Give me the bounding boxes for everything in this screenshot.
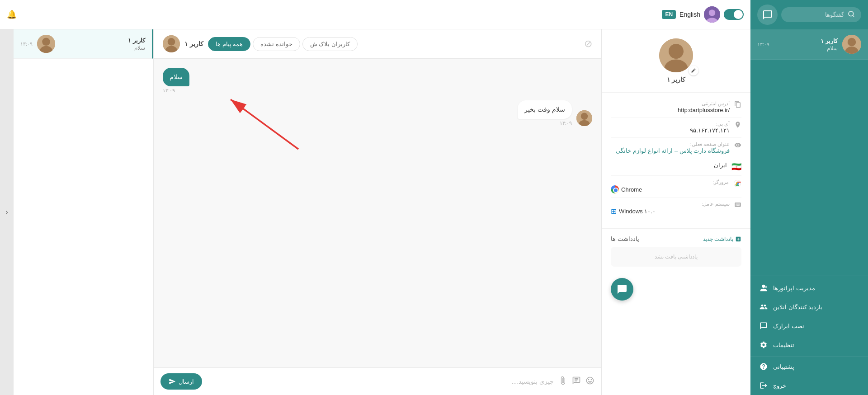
send-button[interactable]: ارسال: [160, 373, 202, 390]
sidebar-bottom-nav: پشتیبانی خروج: [750, 357, 868, 395]
chrome-icon: [611, 185, 619, 193]
browser-info: مرورگر: Chrome: [611, 179, 729, 193]
chat-user-avatar: [163, 35, 180, 52]
page-info: عنوان صفحه فعلی: فروشگاه دارت پلاس – ارا…: [611, 141, 730, 154]
conv-preview: سلام: [774, 45, 838, 52]
tab-unread[interactable]: خوانده نشده: [253, 37, 300, 51]
tab-all-messages[interactable]: همه پیام ها: [208, 37, 250, 51]
svg-point-5: [709, 9, 715, 16]
info-row-os: سیستم عامل: Windows ۱۰.۰ ⊞: [611, 198, 741, 219]
msg-avatar: [576, 110, 592, 126]
info-row-ip: آی پی: ۹۵.۱۶۲.۱۷۴.۱۲۱: [611, 118, 741, 138]
logout-label: خروج: [773, 382, 786, 389]
svg-point-21: [42, 38, 50, 46]
quick-reply-icon[interactable]: [572, 376, 581, 387]
svg-point-8: [669, 44, 684, 59]
sidebar-item-logout[interactable]: خروج: [750, 376, 868, 395]
sidebar-item-support[interactable]: پشتیبانی: [750, 357, 868, 376]
emoji-icon[interactable]: [585, 376, 594, 387]
info-row-country: 🇮🇷 ایران: [611, 158, 741, 176]
add-note-label: یادداشت جدید: [703, 236, 733, 242]
notes-title: یادداشت ها: [611, 235, 639, 242]
tab-blocked-users[interactable]: کاربران بلاک ش: [302, 37, 358, 51]
search-input[interactable]: [788, 11, 844, 18]
os-label: سیستم عامل:: [611, 201, 730, 207]
country-info: ایران: [611, 162, 727, 169]
top-bar-right: English EN: [662, 6, 744, 23]
toggle-switch[interactable]: [724, 9, 744, 20]
chat-tabs: کاربران بلاک ش خوانده نشده همه پیام ها: [208, 37, 358, 51]
browser-value: Chrome: [611, 185, 729, 193]
search-box[interactable]: [781, 7, 861, 22]
conv-panel-info: کاربر ۱ سلام: [60, 37, 145, 51]
svg-point-0: [849, 11, 854, 16]
sidebar-nav: مدیریت اپراتورها بازدید کنندگان آنلاین ن…: [750, 276, 868, 357]
sidebar-item-install-widget[interactable]: نصب ابزارک: [750, 316, 868, 335]
browser-icon: [733, 179, 741, 189]
svg-point-2: [848, 38, 856, 46]
message-row-outgoing: سلام ۱۳:۰۹: [163, 68, 592, 94]
os-name: Windows ۱۰.۰: [619, 208, 656, 215]
conv-avatar: [842, 35, 861, 54]
chat-widget-button[interactable]: [611, 278, 633, 301]
location-icon[interactable]: [734, 121, 741, 130]
os-info: سیستم عامل: Windows ۱۰.۰ ⊞: [611, 201, 730, 216]
notes-empty: یادداشتی یافت نشد: [611, 247, 741, 267]
info-row-website: آدرس اینترنتی: /http:dartplusstore.ir: [611, 97, 741, 118]
os-value: Windows ۱۰.۰ ⊞: [611, 207, 730, 216]
sidebar-item-settings[interactable]: تنظیمات: [750, 335, 868, 354]
conv-item[interactable]: کاربر ۱ سلام ۱۳:۰۹: [750, 29, 868, 60]
manage-operators-icon: [760, 284, 768, 292]
website-value: /http:dartplusstore.ir: [611, 107, 730, 113]
top-bar: English EN 🔔: [0, 0, 750, 29]
browser-label: مرورگر:: [611, 179, 729, 185]
chat-user-name: کاربر ۱: [184, 40, 203, 47]
copy-icon[interactable]: [734, 101, 741, 110]
chat-header: ⊘ کاربران بلاک ش خوانده نشده همه پیام ها…: [154, 29, 601, 59]
chat-main: ⊘ کاربران بلاک ش خوانده نشده همه پیام ها…: [154, 29, 601, 395]
search-icon: [848, 10, 855, 19]
user-avatar-large: [659, 38, 693, 72]
conv-panel-item[interactable]: کاربر ۱ سلام ۱۳:۰۹: [14, 29, 153, 59]
msg-content-outgoing: سلام ۱۳:۰۹: [163, 68, 189, 94]
input-icons: [558, 376, 594, 387]
notes-section: یادداشت جدید یادداشت ها یادداشتی یافت نش…: [602, 228, 750, 273]
content-area: کاربر ۱ آدرس اینترنتی: /http:dartplussto…: [0, 29, 750, 395]
msg-bubble-outgoing: سلام: [163, 68, 189, 86]
sidebar-item-online-visitors[interactable]: بازدید کنندگان آنلاین: [750, 297, 868, 316]
brand-icon: [757, 5, 778, 25]
msg-time-outgoing: ۱۳:۰۹: [163, 88, 175, 94]
chat-input-field[interactable]: [207, 374, 554, 389]
language-text: English: [679, 11, 700, 18]
add-note-button[interactable]: یادداشت جدید: [703, 236, 741, 242]
main-area: English EN 🔔: [0, 0, 750, 395]
user-info-list: آدرس اینترنتی: /http:dartplusstore.ir آی…: [602, 93, 750, 224]
page-value[interactable]: فروشگاه دارت پلاس – ارائه انواع لوازم خا…: [611, 147, 730, 154]
chat-messages-wrapper: سلام ۱۳:۰۹: [154, 59, 601, 367]
msg-content-incoming: سلام وقت بخیر ۱۳:۰۹: [518, 100, 572, 126]
conv-info: کاربر ۱ سلام: [774, 38, 838, 52]
chat-header-left: ⊘: [584, 38, 592, 50]
sidebar-item-manage-operators[interactable]: مدیریت اپراتورها: [750, 278, 868, 297]
online-visitors-label: بازدید کنندگان آنلاین: [773, 304, 822, 310]
keyboard-icon: [734, 201, 741, 210]
attachment-icon[interactable]: [558, 376, 567, 387]
conversations-panel: کاربر ۱ سلام ۱۳:۰۹: [14, 29, 154, 395]
chat-messages: سلام ۱۳:۰۹: [154, 59, 601, 367]
eye-icon[interactable]: [734, 141, 741, 150]
website-label: آدرس اینترنتی:: [611, 101, 730, 107]
sidebar-header: [750, 0, 868, 29]
svg-point-16: [581, 113, 588, 120]
block-icon[interactable]: ⊘: [584, 38, 592, 50]
conv-time: ۱۳:۰۹: [757, 42, 769, 47]
panel-toggle[interactable]: [0, 29, 14, 395]
msg-time-incoming: ۱۳:۰۹: [560, 120, 572, 126]
bell-icon[interactable]: 🔔: [7, 9, 17, 19]
edit-avatar-icon[interactable]: [689, 66, 698, 75]
settings-icon: [760, 341, 768, 349]
ip-value: ۹۵.۱۶۲.۱۷۴.۱۲۱: [611, 127, 730, 134]
online-visitors-icon: [760, 303, 768, 311]
language-badge[interactable]: EN: [662, 10, 676, 19]
ip-info: آی پی: ۹۵.۱۶۲.۱۷۴.۱۲۱: [611, 121, 730, 134]
svg-point-13: [168, 38, 175, 46]
